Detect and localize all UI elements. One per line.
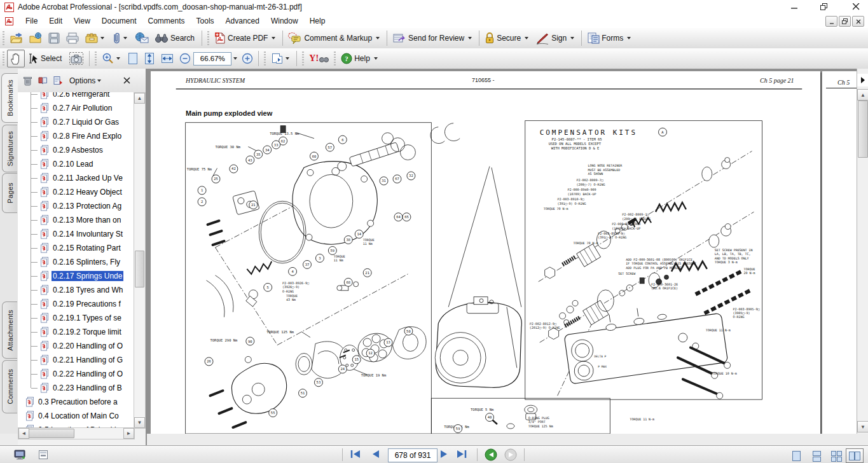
menu-comments[interactable]: Comments [142,15,191,27]
facing-layout-button[interactable] [846,448,864,463]
bookmark-item[interactable]: 0.2.18 Tyres and Wh [18,283,134,297]
continuous-facing-layout-button[interactable] [827,448,845,463]
bookmark-item[interactable]: 0.2.13 More than on [18,213,134,227]
sidebar-tab-signatures[interactable]: Signatures [2,125,17,172]
comment-markup-button[interactable]: Comment & Markup [286,29,384,47]
bookmarks-hscroll-thumb[interactable] [29,429,74,438]
zoom-out-button[interactable] [177,50,193,67]
bookmark-item[interactable]: 0.2.6 Refrigerant [18,92,134,101]
menu-edit[interactable]: Edit [43,15,68,27]
page-display-dropdown-arrow[interactable] [286,57,289,60]
sign-button[interactable]: Sign [533,29,579,47]
create-pdf-dropdown-arrow[interactable] [272,37,275,39]
next-page-button[interactable] [440,449,449,462]
email-button[interactable] [132,29,152,47]
zoom-level-combobox[interactable]: 66.67% [193,52,231,66]
hand-tool-button[interactable] [7,50,25,67]
sidebar-tab-pages[interactable]: Pages [2,173,17,213]
bookmark-item[interactable]: 0.2.21 Handling of G [18,353,134,367]
menu-help[interactable]: Help [304,15,331,27]
document-status-icon[interactable] [38,450,48,460]
scroll-right-arrow[interactable]: ► [123,428,134,439]
new-bookmark-button[interactable] [53,76,63,85]
previous-page-button[interactable] [371,449,380,462]
select-tool-button[interactable]: Select [25,50,66,67]
bookmark-item[interactable]: 0.2.20 Handling of O [18,339,134,353]
bookmark-item[interactable]: 0.2.22 Handling of O [18,367,134,381]
scroll-down-arrow[interactable]: ▼ [134,417,145,428]
bookmark-item[interactable]: 0.2.14 Involuntary St [18,227,134,241]
next-view-button[interactable] [504,448,517,463]
scroll-left-arrow[interactable]: ◄ [18,428,29,439]
bookmark-item[interactable]: 0.2.12 Heavy Object [18,185,134,199]
bookmark-item[interactable]: 0.5 Location of Drive Li [18,423,134,427]
menu-advanced[interactable]: Advanced [220,15,265,27]
fit-width-button[interactable] [158,50,177,67]
menu-tools[interactable]: Tools [191,15,220,27]
organizer-button[interactable] [82,29,109,47]
bookmark-item[interactable]: 0.2.13 Protection Ag [18,199,134,213]
help-dropdown-arrow[interactable] [374,57,378,60]
toolbar-grip[interactable] [301,52,305,66]
bookmark-item[interactable]: 0.2.15 Rotating Part [18,241,134,255]
expand-bookmark-button[interactable] [38,76,48,85]
document-vscrollbar[interactable]: ▲ ▼ [857,69,868,434]
delete-bookmark-button[interactable] [23,76,32,86]
first-page-button[interactable] [350,449,361,462]
bookmark-item[interactable]: 0.2.8 Fire And Explo [18,129,134,143]
bookmark-item[interactable]: 0.2.19.2 Torque limit [18,325,134,339]
toolbar-grip[interactable] [207,31,210,45]
toolbar-grip[interactable] [94,52,97,66]
open-button[interactable] [7,29,26,47]
restore-button[interactable] [815,1,833,13]
help-button[interactable]: ? Help [338,50,382,67]
sidebar-tab-comments[interactable]: Comments [2,360,17,413]
close-button[interactable] [847,1,865,13]
menu-document[interactable]: Document [96,15,142,27]
screen-mode-icon[interactable] [14,450,25,460]
snapshot-button[interactable] [66,50,86,67]
fit-height-button[interactable] [141,50,158,67]
options-menu[interactable]: Options [69,76,95,85]
bookmark-item[interactable]: 0.2.11 Jacked Up Ve [18,171,134,185]
secure-button[interactable]: Secure [482,29,533,47]
bookmarks-vscrollbar[interactable]: ▲ ▼ [134,92,146,429]
doc-scroll-down-arrow[interactable]: ▼ [857,421,868,432]
scroll-up-arrow[interactable]: ▲ [134,93,145,104]
send-review-button[interactable]: Send for Review [390,29,476,47]
close-panel-button[interactable] [123,75,130,86]
page-number-field[interactable] [388,448,437,462]
zoom-tool-button[interactable] [99,50,125,67]
zoom-in-button[interactable] [239,50,256,67]
options-dropdown-arrow[interactable] [97,79,101,82]
organizer-dropdown-arrow[interactable] [100,37,104,39]
mdi-minimize-button[interactable] [825,16,837,27]
attach-button[interactable] [109,29,132,47]
bookmark-item[interactable]: 0.2.19 Precautions f [18,297,134,311]
continuous-layout-button[interactable] [808,448,825,463]
yahoo-search-button[interactable]: Y! [307,50,331,67]
toolbar-grip[interactable] [2,31,5,45]
fit-page-button[interactable] [125,50,141,67]
hide-panel-arrow[interactable] [857,74,868,86]
bookmark-item[interactable]: 0.2.16 Splinters, Fly [18,255,134,269]
search-button[interactable]: Search [152,29,199,47]
single-page-layout-button[interactable] [787,448,805,463]
menu-file[interactable]: File [20,15,43,27]
doc-vscroll-thumb[interactable] [858,100,868,158]
bookmark-item[interactable]: 0.2.9 Asbestos [18,143,134,157]
bookmark-item[interactable]: 0.2.23 Handling of B [18,381,134,395]
save-button[interactable] [45,29,63,47]
attach-dropdown-arrow[interactable] [123,37,127,39]
comment-markup-dropdown-arrow[interactable] [376,37,380,39]
toolbar-grip[interactable] [263,52,266,66]
forms-button[interactable]: Forms [584,29,635,47]
bookmark-item[interactable]: 0.4 Location of Main Co [18,409,134,423]
send-review-dropdown-arrow[interactable] [468,37,472,39]
open-web-button[interactable] [26,29,45,47]
bookmark-item[interactable]: 0.3 Precaution before a [18,395,134,409]
toolbar-grip[interactable] [333,52,336,66]
bookmark-item[interactable]: 0.2.7 Air Pollution [18,101,134,115]
bookmark-item[interactable]: 0.2.7 Liquid Or Gas [18,115,134,129]
sign-dropdown-arrow[interactable] [570,37,574,39]
